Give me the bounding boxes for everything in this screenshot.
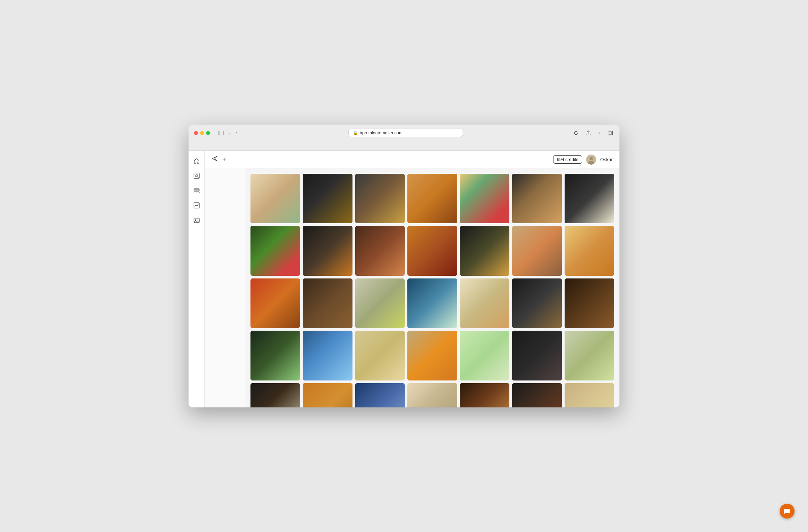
image-item[interactable] [407, 174, 457, 223]
left-nav [205, 168, 245, 407]
browser-tab-bar [194, 140, 614, 150]
sidebar-item-analytics[interactable] [190, 199, 203, 212]
url-text: app.minutemailer.com [360, 130, 403, 135]
send-button[interactable] [212, 155, 218, 164]
svg-rect-10 [194, 218, 199, 223]
user-name[interactable]: Oskar [600, 157, 613, 162]
image-item[interactable] [303, 278, 352, 328]
image-item[interactable] [355, 383, 405, 407]
image-item[interactable] [251, 331, 300, 380]
header-left: + [212, 155, 226, 164]
image-item[interactable] [460, 383, 509, 407]
new-tab-button[interactable]: + [596, 130, 602, 136]
sidebar-item-contacts[interactable] [190, 170, 203, 182]
image-item[interactable] [251, 174, 300, 223]
image-item[interactable] [303, 226, 352, 275]
image-item[interactable] [460, 278, 509, 328]
image-item[interactable] [303, 174, 352, 223]
share-button[interactable] [585, 130, 592, 136]
image-item[interactable] [251, 383, 300, 407]
image-item[interactable] [460, 331, 509, 380]
add-button[interactable]: + [222, 155, 226, 163]
image-item[interactable] [565, 331, 614, 380]
image-item[interactable] [407, 226, 457, 275]
image-item[interactable] [512, 174, 562, 223]
sidebar-icons [188, 151, 205, 407]
minimize-traffic-light[interactable] [200, 131, 204, 135]
image-item[interactable] [303, 331, 352, 380]
image-item[interactable] [407, 383, 457, 407]
browser-actions: + [572, 130, 614, 136]
image-item[interactable] [565, 383, 614, 407]
image-item[interactable] [407, 331, 457, 380]
svg-rect-6 [194, 188, 199, 189]
lock-icon: 🔒 [353, 131, 358, 135]
close-traffic-light[interactable] [194, 131, 198, 135]
sidebar-item-home[interactable] [190, 155, 203, 167]
image-item[interactable] [251, 278, 300, 328]
app-layout: + 694 credits Oskar [188, 151, 620, 407]
image-item[interactable] [460, 226, 509, 275]
image-item[interactable] [565, 226, 614, 275]
chat-fab-button[interactable] [780, 504, 794, 518]
image-item[interactable] [251, 226, 300, 275]
maximize-traffic-light[interactable] [206, 131, 210, 135]
svg-point-11 [195, 220, 196, 221]
svg-rect-3 [609, 132, 612, 134]
svg-rect-4 [194, 173, 199, 179]
image-item[interactable] [565, 278, 614, 328]
image-item[interactable] [355, 331, 405, 380]
header-right: 694 credits Oskar [553, 154, 613, 165]
image-item[interactable] [355, 226, 405, 275]
svg-rect-0 [218, 131, 223, 135]
image-item[interactable] [512, 331, 562, 380]
browser-controls: ‹ › [217, 130, 239, 136]
main-content [205, 168, 620, 407]
svg-rect-8 [194, 192, 199, 193]
address-bar[interactable]: 🔒 app.minutemailer.com [348, 129, 463, 137]
svg-rect-7 [194, 190, 199, 191]
sidebar-item-lists[interactable] [190, 184, 203, 197]
image-item[interactable] [512, 226, 562, 275]
sidebar-toggle-button[interactable] [217, 130, 225, 136]
forward-button[interactable]: › [235, 130, 239, 136]
reload-button[interactable] [572, 130, 580, 136]
image-grid-area[interactable] [245, 168, 620, 407]
app-header: + 694 credits Oskar [205, 151, 620, 168]
avatar [586, 154, 596, 165]
image-item[interactable] [355, 278, 405, 328]
image-item[interactable] [512, 278, 562, 328]
sidebar-item-images[interactable] [190, 214, 203, 226]
image-item[interactable] [512, 383, 562, 407]
image-item[interactable] [460, 174, 509, 223]
back-button[interactable]: ‹ [227, 130, 232, 136]
browser-chrome: ‹ › 🔒 app.minutemailer.com [188, 125, 620, 151]
credits-badge[interactable]: 694 credits [553, 155, 582, 164]
svg-point-13 [589, 157, 593, 160]
image-item[interactable] [565, 174, 614, 223]
browser-window: ‹ › 🔒 app.minutemailer.com [188, 125, 620, 407]
image-item[interactable] [407, 278, 457, 328]
image-item[interactable] [303, 383, 352, 407]
tabs-button[interactable] [607, 130, 614, 136]
image-item[interactable] [355, 174, 405, 223]
app-container: + 694 credits Oskar [205, 151, 620, 407]
traffic-lights [194, 131, 210, 135]
image-grid [251, 174, 614, 407]
